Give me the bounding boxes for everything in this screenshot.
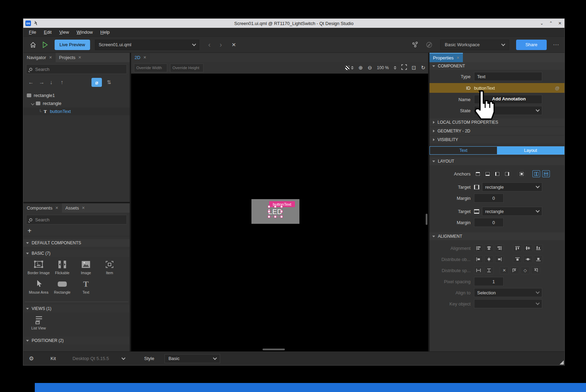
move-up-icon[interactable]: ↑	[61, 79, 71, 85]
menu-help[interactable]: Help	[101, 30, 110, 35]
distribute-spacing-h-button[interactable]	[474, 267, 483, 274]
section-default-components[interactable]: DEFAULT COMPONENTS	[23, 239, 130, 247]
components-search-input[interactable]	[35, 217, 124, 222]
align-right-button[interactable]	[495, 244, 504, 252]
component-border-image[interactable]: Border Image	[27, 259, 50, 279]
component-image[interactable]: Image	[74, 259, 98, 279]
close-tab-icon[interactable]: ✕	[143, 55, 146, 60]
section-visibility[interactable]: VISIBILITY	[430, 136, 564, 144]
anchor-bottom-button[interactable]	[484, 170, 491, 177]
resize-handle[interactable]	[280, 215, 283, 218]
fit-screen-icon[interactable]	[401, 64, 407, 71]
reset-view-icon[interactable]: ↻	[421, 65, 425, 71]
workspace-dropdown[interactable]: Basic Workspace	[440, 40, 509, 50]
zoom-selection-icon[interactable]: ⊡	[412, 65, 416, 71]
style-dropdown[interactable]: Basic	[164, 354, 220, 363]
annotation-at-icon[interactable]: @	[555, 85, 560, 91]
distribute-right-button[interactable]	[495, 255, 504, 263]
navigator-search[interactable]	[26, 64, 127, 74]
zoom-stepper-icon[interactable]	[394, 66, 396, 70]
close-tab-icon[interactable]: ✕	[49, 55, 52, 60]
close-tab-icon[interactable]: ✕	[456, 56, 459, 60]
tab-assets[interactable]: Assets ✕	[62, 203, 88, 213]
anchor-top-button[interactable]	[474, 170, 482, 177]
menu-edit[interactable]: Edit	[44, 30, 51, 35]
zoom-in-icon[interactable]: ⊕	[359, 65, 363, 71]
section-alignment[interactable]: ALIGNMENT	[430, 232, 564, 240]
target2-dropdown[interactable]: rectangle	[482, 207, 542, 216]
component-text[interactable]: T Text	[74, 279, 98, 298]
pixel-spacing-field[interactable]: 1	[474, 277, 504, 286]
align-to-dropdown[interactable]: Selection	[474, 288, 542, 297]
override-height-field[interactable]	[170, 64, 203, 72]
resize-handle[interactable]	[274, 215, 276, 218]
state-dropdown[interactable]	[474, 106, 542, 115]
reorder-icon[interactable]: ⇅	[107, 79, 111, 85]
menu-window[interactable]: Window	[77, 30, 93, 35]
add-module-button[interactable]: +	[23, 226, 130, 236]
horizontal-scrollbar[interactable]	[263, 349, 285, 350]
maximize-icon[interactable]: ⌃	[549, 21, 553, 26]
component-mouse-area[interactable]: Mouse Area	[27, 279, 50, 298]
resize-handle[interactable]	[268, 210, 270, 213]
distribute-center-h-button[interactable]	[484, 255, 493, 263]
expand-icon[interactable]	[31, 102, 34, 105]
menu-view[interactable]: View	[59, 30, 69, 35]
tab-layout[interactable]: Layout	[497, 147, 564, 154]
tab-text[interactable]: Text	[430, 147, 497, 154]
tab-properties[interactable]: Properties ✕	[430, 53, 463, 62]
forward-icon[interactable]: ›	[219, 41, 222, 49]
tree-item-rectangle[interactable]: rectangle	[23, 99, 130, 107]
toggle-visibility-icon[interactable]: ø	[91, 78, 102, 87]
resize-grip[interactable]	[560, 360, 564, 365]
anchor-vertical-center-button[interactable]	[532, 170, 540, 177]
design-canvas[interactable]: buttonText LED	[131, 74, 428, 351]
vertical-scrollbar[interactable]	[426, 214, 427, 225]
component-rectangle[interactable]: Rectangle	[50, 279, 74, 298]
close-tab-icon[interactable]: ✕	[78, 55, 81, 60]
margin2-field[interactable]: 0	[474, 218, 504, 227]
resize-handle[interactable]	[268, 205, 270, 208]
id-field[interactable]: buttonText	[474, 85, 495, 91]
distribute-spacing-v-button[interactable]	[484, 267, 493, 274]
align-left-button[interactable]	[474, 244, 483, 252]
resize-handle[interactable]	[280, 205, 283, 208]
section-geometry-2d[interactable]: GEOMETRY - 2D	[430, 127, 564, 135]
align-bottom-button[interactable]	[534, 244, 543, 252]
gear-icon[interactable]: ⚙	[29, 355, 34, 362]
distribute-bottom-button[interactable]	[534, 255, 543, 263]
close-tab-icon[interactable]: ✕	[82, 206, 85, 210]
more-options-icon[interactable]: ⋯	[553, 41, 560, 48]
home-icon[interactable]	[30, 41, 37, 48]
workspace-nodes-icon[interactable]	[412, 41, 419, 48]
zoom-out-icon[interactable]: ⊖	[368, 65, 372, 71]
annotation-disabled-icon[interactable]	[426, 41, 433, 48]
section-basic[interactable]: BASIC (7)	[23, 250, 130, 257]
align-center-h-button[interactable]	[484, 244, 493, 252]
margin1-field[interactable]: 0	[474, 194, 504, 203]
share-button[interactable]: Share	[516, 40, 547, 50]
distribute-center-v-button[interactable]	[523, 255, 532, 263]
components-search[interactable]	[26, 215, 127, 224]
component-flickable[interactable]: Flickable	[50, 259, 74, 279]
close-tab-icon[interactable]: ✕	[55, 206, 58, 210]
tree-item-rectangle1[interactable]: rectangle1	[23, 91, 130, 99]
anchor-left-button[interactable]	[493, 170, 501, 177]
distribute-left-button[interactable]	[474, 255, 483, 263]
tab-components[interactable]: Components ✕	[23, 203, 62, 213]
distribute-top-button[interactable]	[513, 255, 522, 263]
distribute-bottomright-button[interactable]	[531, 267, 540, 274]
section-views[interactable]: VIEWS (1)	[23, 305, 130, 312]
target1-dropdown[interactable]: rectangle	[482, 182, 542, 191]
override-width-input[interactable]	[136, 66, 165, 70]
qml-text-led[interactable]: LED	[269, 207, 281, 217]
anchor-fill-button[interactable]	[518, 170, 525, 177]
align-center-v-button[interactable]	[523, 244, 532, 252]
align-top-button[interactable]	[513, 244, 522, 252]
move-left-icon[interactable]: ←	[28, 79, 39, 85]
resize-handle[interactable]	[280, 210, 283, 213]
move-down-icon[interactable]: ↓	[50, 79, 61, 85]
zoom-level[interactable]: 100 %	[377, 65, 389, 70]
back-icon[interactable]: ‹	[208, 41, 211, 49]
distribute-none-button[interactable]: ✕	[500, 267, 509, 274]
